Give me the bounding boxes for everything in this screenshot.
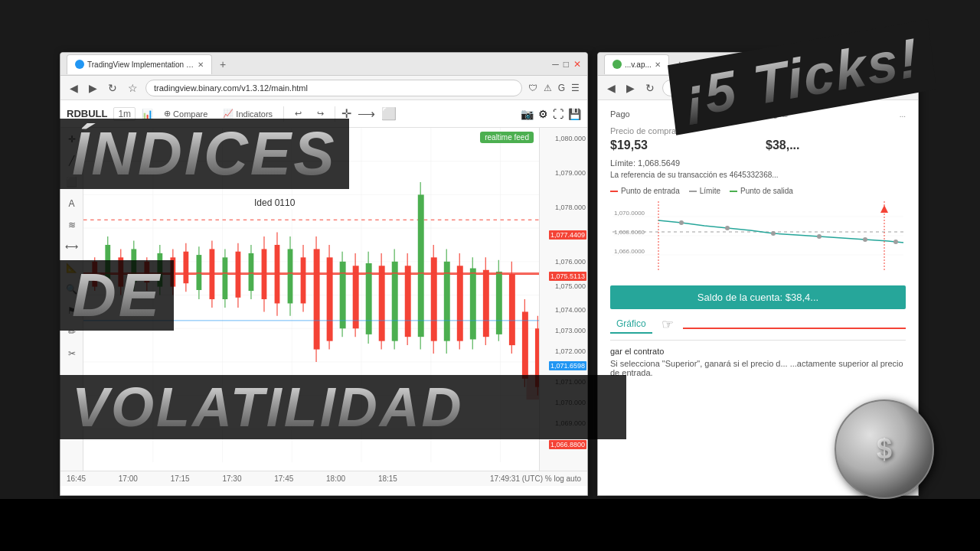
precio-pago-value: $38,... [766, 139, 906, 152]
tab-close-right[interactable]: ✕ [655, 60, 661, 69]
price-1073: 1,073.000 [555, 327, 586, 334]
de-text: DE [72, 265, 162, 326]
price-col-right: $38,... [766, 139, 906, 152]
svg-point-104 [725, 226, 730, 230]
tab-close-left[interactable]: ✕ [198, 60, 204, 69]
price-1080: 1,080.000 [555, 135, 586, 142]
price-1074: 1,074.000 [555, 306, 586, 314]
fullscreen-icon[interactable]: ⛶ [553, 108, 564, 120]
contract-desc: Si selecciona "Superior", ganará si el p… [610, 359, 906, 377]
svg-rect-76 [470, 269, 476, 340]
bottom-bar [0, 499, 980, 551]
forward-btn[interactable]: ▶ [86, 80, 100, 96]
line-icon[interactable]: ⟶ [358, 106, 375, 121]
precio-label: Precio de compra [610, 126, 906, 135]
indices-block: ÍNDICES [60, 119, 349, 189]
legend-limite: Límite [689, 187, 720, 195]
save-icon[interactable]: 💾 [568, 108, 581, 120]
tab-add-left[interactable]: + [217, 58, 229, 70]
price-1066r: 1,066.8800 [549, 440, 586, 449]
time-1730: 17:30 [222, 474, 241, 483]
forward-btn-right[interactable]: ▶ [623, 80, 638, 96]
time-labels: 16:45 17:00 17:15 17:30 17:45 18:00 18:1… [67, 474, 397, 483]
time-1700: 17:00 [119, 474, 138, 483]
tab-favicon [75, 60, 84, 69]
legend-limite-line [689, 191, 697, 192]
svg-point-106 [817, 234, 822, 239]
svg-point-103 [679, 220, 684, 225]
settings-icon[interactable]: ⚙ [538, 108, 548, 120]
price-1078: 1,078.000 [555, 204, 586, 211]
price-1076: 1,076.000 [555, 258, 586, 266]
time-1800: 18:00 [326, 474, 345, 483]
win-maximize-left[interactable]: □ [564, 59, 569, 70]
legend-salida: Punto de salida [730, 187, 793, 195]
coin-circle: $ [835, 399, 934, 499]
svg-point-105 [771, 231, 776, 236]
legend-salida-label: Punto de salida [740, 187, 793, 195]
addressbar-left: ◀ ▶ ↻ ☆ tradingview.binary.com/v1.3.12/m… [60, 76, 587, 100]
camera-icon[interactable]: 📷 [521, 108, 534, 120]
tab-right[interactable]: ...v.ap... ✕ [604, 54, 669, 74]
realtime-badge: realtime feed [480, 132, 534, 143]
contract-label: gar el contrato [610, 347, 906, 356]
coin-icon: $ [835, 399, 934, 499]
time-1745: 17:45 [274, 474, 293, 483]
fib-tool[interactable]: ≋ [64, 217, 80, 233]
cursor-icon: ☞ [662, 316, 674, 333]
address-field-left[interactable]: tradingview.binary.com/v1.3.12/main.html [145, 80, 522, 96]
text-tool[interactable]: A [64, 195, 80, 212]
time-1715: 17:15 [171, 474, 190, 483]
menu-icon[interactable]: ☰ [570, 81, 581, 95]
legend-entry-label: Punto de entrada [621, 187, 680, 195]
overlay-volatilidad: VOLATILIDAD [60, 375, 626, 439]
back-btn-right[interactable]: ◀ [604, 80, 619, 96]
box-icon[interactable]: ⬜ [381, 106, 397, 121]
bookmark-btn[interactable]: ☆ [125, 80, 141, 96]
pago-right-col: ... [900, 110, 906, 119]
win-minimize-left[interactable]: ─ [552, 59, 559, 70]
grafico-tab[interactable]: Gráfico [610, 315, 652, 334]
eraser-tool[interactable]: ✂ [64, 345, 80, 362]
refresh-btn-right[interactable]: ↻ [642, 80, 658, 96]
pago-label: Pago [610, 109, 630, 119]
ruler-tool[interactable]: ⟷ [64, 238, 80, 255]
price-1072: 1,072.000 [555, 347, 586, 355]
tab-title-right: ...v.ap... [625, 60, 652, 69]
ided-text: Ided 0110 [252, 197, 297, 209]
limite-line: Límite: 1,068.5649 [610, 158, 906, 168]
warning-icon: ⚠ [542, 81, 554, 95]
shield-icon: 🛡 [527, 81, 539, 95]
titlebar-left: TradingView Implementation for ... ✕ + ─… [60, 53, 587, 76]
price-row: $19,53 $38,... [610, 139, 906, 152]
legend-limite-label: Límite [700, 187, 720, 195]
screenshot-container: TradingView Implementation for ... ✕ + ─… [0, 0, 980, 551]
overlay-de: DE [60, 260, 174, 331]
svg-point-107 [863, 237, 867, 242]
legend-entry: Punto de entrada [610, 187, 680, 195]
indices-text: ÍNDICES [72, 123, 337, 184]
price-col-left: $19,53 [610, 139, 750, 152]
svg-rect-52 [314, 249, 320, 349]
volatilidad-block: VOLATILIDAD [60, 375, 626, 439]
translate-icon[interactable]: G [557, 81, 567, 95]
tab-left[interactable]: TradingView Implementation for ... ✕ [67, 54, 212, 74]
browser-icons-left: 🛡 ⚠ G ☰ [527, 81, 581, 95]
time-1815: 18:15 [378, 474, 397, 483]
bottom-info: 17:49:31 (UTC) % log auto [490, 474, 581, 483]
price-1077h: 1,077.4409 [549, 230, 586, 240]
overlay-indices: ÍNDICES [60, 119, 349, 192]
de-block: DE [60, 260, 174, 331]
back-btn[interactable]: ◀ [67, 80, 81, 96]
svg-text:1,070.0000: 1,070.0000 [614, 210, 645, 217]
svg-marker-110 [880, 205, 888, 213]
svg-rect-68 [418, 194, 424, 337]
tab-favicon-right [612, 60, 622, 69]
refresh-btn[interactable]: ↻ [105, 80, 120, 96]
volatilidad-text: VOLATILIDAD [72, 380, 614, 435]
grafico-tabs: Gráfico ☞ [610, 315, 906, 341]
svg-rect-56 [340, 262, 346, 328]
win-close-left[interactable]: ✕ [573, 59, 581, 70]
price-1075: 1,075.000 [555, 282, 586, 290]
symbol-label: RDBULL [67, 108, 107, 119]
